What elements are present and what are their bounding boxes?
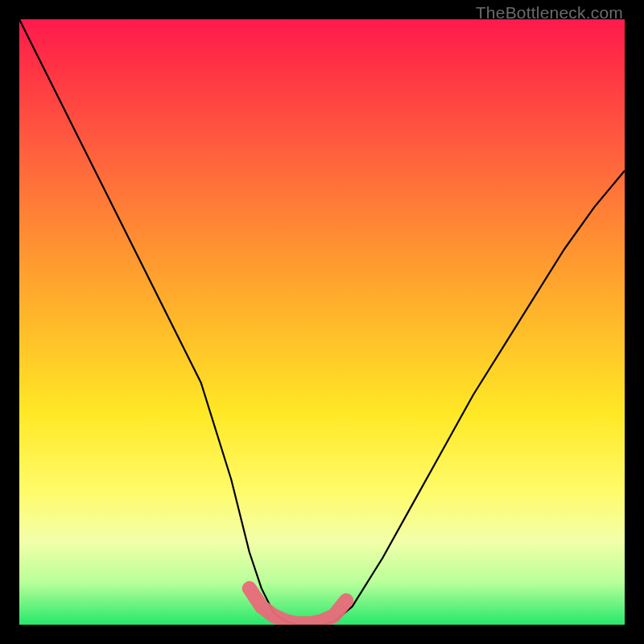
watermark-text: TheBottleneck.com: [476, 3, 623, 23]
chart-area: [19, 19, 625, 625]
chart-svg: [19, 19, 625, 625]
bottleneck-curve: [19, 19, 625, 625]
